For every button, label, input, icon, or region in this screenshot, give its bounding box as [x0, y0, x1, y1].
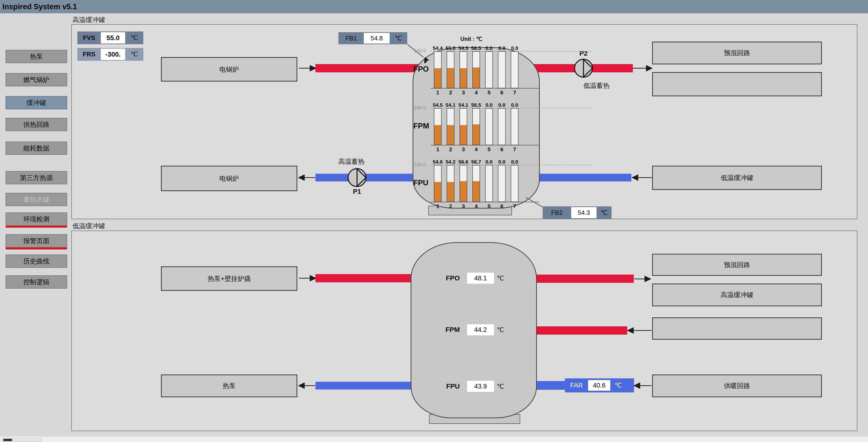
bar-index-label: 7: [508, 203, 521, 209]
tank-layer-label-fpo: FPO: [413, 65, 434, 74]
bar-index-label: 7: [508, 90, 521, 95]
bar-value-label: 0.0: [508, 102, 521, 108]
hmi-screen: { "title_bar": { "title": "Inspired Syst…: [0, 0, 868, 442]
tank-temp-unit: ℃: [497, 326, 510, 334]
tank-bar-fill: [473, 67, 479, 88]
pump-p1-label: P1: [350, 188, 364, 196]
bar-index-label: 2: [444, 203, 457, 209]
tank-temp-label-fpu: FPU: [435, 382, 460, 391]
alarm-underline: [5, 226, 67, 228]
bar-index-label: 5: [483, 146, 496, 152]
bar-value-label: 56.6: [457, 159, 470, 164]
premix-loop-box-bottom: 预混回路: [652, 254, 822, 276]
taskbar-item-icon: [3, 439, 12, 441]
fb2-unit: ℃: [596, 206, 612, 219]
cold-return-pipe-right: [532, 174, 631, 181]
tank-bar-fill: [447, 125, 454, 145]
fvs-label: FVS: [78, 31, 101, 44]
bar-index-label: 7: [508, 146, 521, 152]
tank-temp-value-fpm: 44.2: [467, 324, 494, 335]
sidebar-item-10[interactable]: 控制逻辑: [5, 275, 67, 289]
tank-bar: [511, 108, 519, 145]
tank-bar: [434, 108, 442, 145]
bar-value-label: 54.4: [431, 45, 444, 51]
tank-temp-unit: ℃: [497, 274, 510, 282]
premix-loop-box-top: 预混回路: [652, 41, 822, 64]
sidebar-item-8[interactable]: 报警页面: [5, 234, 67, 247]
high-temp-tank-link-box: 高温缓冲罐: [652, 284, 822, 306]
sidebar-item-6[interactable]: 蓄热水罐: [5, 193, 67, 206]
far-field: FAR 40.6 ℃: [565, 378, 634, 392]
sidebar-item-5[interactable]: 第三方热源: [5, 171, 67, 184]
tank-bar: [434, 51, 442, 88]
app-title: Inspired System v5.1: [2, 2, 77, 11]
tank-bar-fill: [434, 125, 441, 145]
electric-boiler-box-top: 电锅炉: [161, 57, 297, 82]
tank-bar: [460, 108, 467, 145]
fb2-label: FB2: [542, 206, 571, 219]
low-temp-tank-link-box: 低温缓冲罐: [652, 166, 822, 190]
bar-value-label: 0.0: [495, 45, 508, 51]
tank-bar-fill: [473, 124, 479, 145]
fb2-field: FB2 54.3 ℃: [542, 206, 612, 219]
fb2-value: 54.3: [571, 207, 596, 218]
tank-bar-fill: [460, 68, 467, 88]
tank-layer-label-fpu: FPU: [413, 179, 434, 188]
lt-hot-pipe-right: [536, 274, 634, 283]
bar-index-label: 5: [483, 90, 496, 95]
tank-bar: [498, 51, 506, 88]
sidebar-item-3[interactable]: 供热回路: [5, 118, 67, 131]
pump-p1-caption: 高温蓄热: [324, 158, 379, 166]
electric-boiler-box-bottom: 电锅炉: [161, 166, 297, 191]
tank-bar: [485, 51, 493, 88]
tank-temp-value-fpu: 43.9: [467, 381, 494, 392]
bar-value-label: 0.0: [508, 159, 521, 164]
unlabeled-box-bottom: [652, 317, 822, 340]
sidebar-item-9[interactable]: 历史曲线: [5, 255, 67, 268]
sidebar-item-0[interactable]: 热泵: [5, 50, 67, 63]
frs-value-input[interactable]: -300.: [101, 49, 125, 60]
tank-bar-fill: [447, 182, 454, 202]
bar-value-label: 54.1: [457, 102, 470, 108]
taskbar-item[interactable]: [2, 438, 42, 442]
bar-value-label: 0.0: [495, 159, 508, 164]
taskbar-strip: [0, 437, 868, 442]
bar-index-label: 2: [444, 90, 457, 95]
bar-value-label: 56.7: [470, 159, 483, 164]
bar-value-label: 0.0: [495, 102, 508, 108]
sidebar-item-7[interactable]: 环境检测: [5, 212, 67, 226]
heating-loop-box: 供暖回路: [652, 375, 822, 397]
far-label: FAR: [565, 378, 588, 392]
tank-bar: [472, 51, 480, 88]
tank-bar-fill: [434, 68, 441, 88]
tank-bar-fill: [460, 125, 467, 145]
tank-temp-label-fpo: FPO: [435, 274, 460, 283]
chart-ymax-label: 100.0: [414, 48, 431, 54]
lt-cold-pipe-left: [315, 382, 412, 389]
heatpump-boiler-skid-box: 热泵+壁挂炉撬: [161, 266, 297, 291]
top-panel-label: 高温缓冲罐: [72, 16, 105, 24]
tank-bar: [511, 165, 519, 202]
bar-value-label: 54.2: [444, 159, 457, 164]
bar-value-label: 56.5: [470, 45, 483, 51]
fb1-unit: ℃: [390, 32, 407, 44]
fb1-field: FB1 54.8 ℃: [338, 32, 407, 44]
fvs-unit: ℃: [125, 31, 143, 44]
cold-return-pipe-left: [315, 174, 421, 181]
tank-chart-unit-label: Unit : ℃: [455, 35, 488, 42]
bar-value-label: 55.0: [444, 45, 457, 51]
bar-index-label: 4: [470, 203, 483, 209]
fvs-value-input[interactable]: 55.0: [101, 32, 125, 43]
tank-layer-label-fpm: FPM: [413, 122, 434, 131]
chart-ymax-label: 100.0: [414, 105, 431, 111]
lt-cold-pipe-right: [536, 381, 565, 390]
sidebar-item-2[interactable]: 缓冲罐: [5, 96, 67, 109]
fb1-label: FB1: [338, 32, 364, 44]
bar-index-label: 5: [483, 203, 496, 209]
bar-index-label: 3: [457, 203, 470, 209]
sidebar-item-4[interactable]: 能耗数据: [5, 142, 67, 155]
tank-temp-unit: ℃: [497, 382, 510, 390]
bar-index-label: 1: [431, 90, 444, 95]
sidebar-item-1[interactable]: 燃气锅炉: [5, 73, 67, 86]
tank-bar: [485, 108, 493, 145]
